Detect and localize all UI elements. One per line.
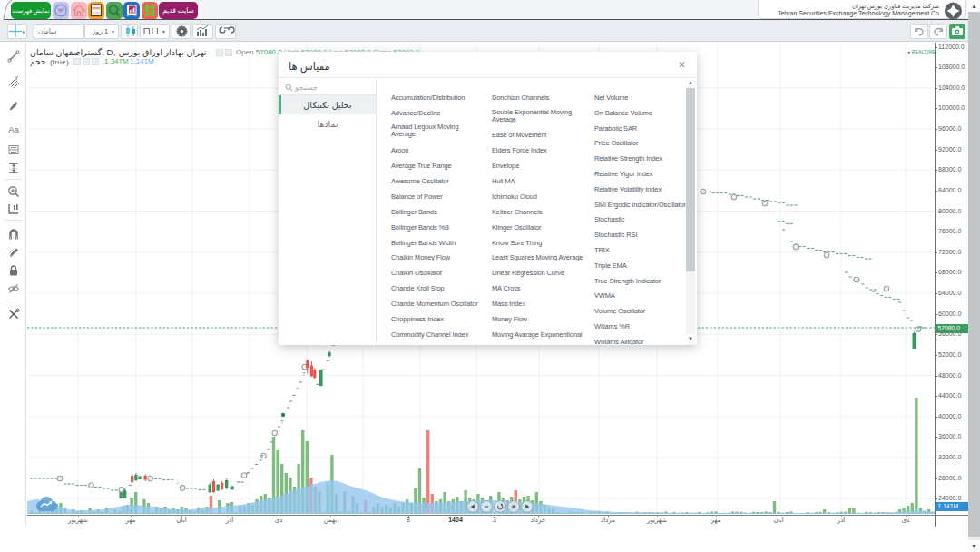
svg-text:T: T <box>280 419 284 425</box>
svg-text:T: T <box>260 454 264 459</box>
svg-text:⊥: ⊥ <box>175 479 180 485</box>
svg-text:T: T <box>302 371 306 377</box>
